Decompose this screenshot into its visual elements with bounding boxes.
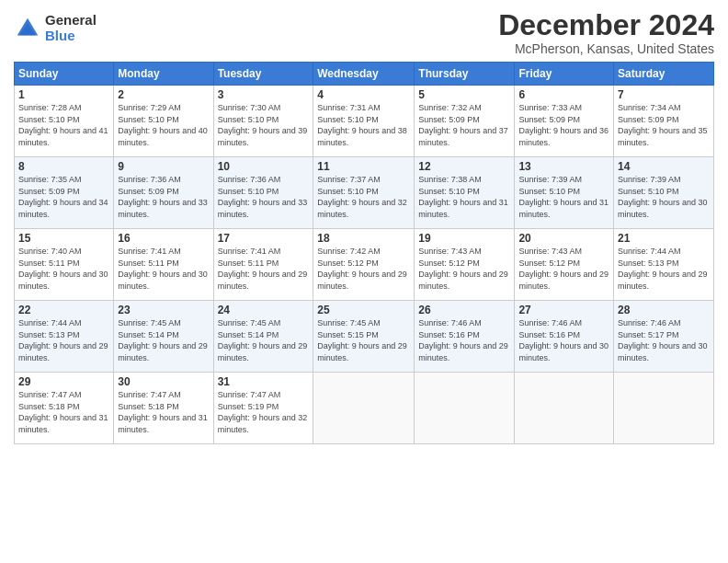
day-info: Sunrise: 7:47 AM Sunset: 5:19 PM Dayligh… bbox=[218, 389, 310, 435]
header: General Blue December 2024 McPherson, Ka… bbox=[14, 9, 714, 56]
calendar-cell: 17 Sunrise: 7:41 AM Sunset: 5:11 PM Dayl… bbox=[213, 229, 313, 301]
calendar-table: Sunday Monday Tuesday Wednesday Thursday… bbox=[14, 62, 714, 444]
day-number: 11 bbox=[317, 160, 410, 173]
day-number: 30 bbox=[118, 375, 209, 388]
day-number: 3 bbox=[218, 88, 310, 101]
calendar-cell: 16 Sunrise: 7:41 AM Sunset: 5:11 PM Dayl… bbox=[114, 229, 213, 301]
calendar-cell: 14 Sunrise: 7:39 AM Sunset: 5:10 PM Dayl… bbox=[614, 157, 714, 229]
location: McPherson, Kansas, United States bbox=[498, 41, 714, 56]
calendar-cell: 26 Sunrise: 7:46 AM Sunset: 5:16 PM Dayl… bbox=[415, 301, 515, 373]
day-info: Sunrise: 7:34 AM Sunset: 5:09 PM Dayligh… bbox=[618, 102, 710, 148]
day-info: Sunrise: 7:46 AM Sunset: 5:16 PM Dayligh… bbox=[418, 317, 510, 363]
day-info: Sunrise: 7:44 AM Sunset: 5:13 PM Dayligh… bbox=[618, 246, 710, 292]
calendar-cell: 13 Sunrise: 7:39 AM Sunset: 5:10 PM Dayl… bbox=[515, 157, 614, 229]
calendar-cell: 31 Sunrise: 7:47 AM Sunset: 5:19 PM Dayl… bbox=[213, 373, 313, 444]
calendar-cell: 18 Sunrise: 7:42 AM Sunset: 5:12 PM Dayl… bbox=[313, 229, 415, 301]
day-number: 27 bbox=[518, 304, 609, 316]
calendar-cell: 27 Sunrise: 7:46 AM Sunset: 5:16 PM Dayl… bbox=[515, 301, 614, 373]
day-info: Sunrise: 7:39 AM Sunset: 5:10 PM Dayligh… bbox=[518, 174, 609, 220]
day-number: 4 bbox=[317, 88, 410, 101]
calendar-cell: 20 Sunrise: 7:43 AM Sunset: 5:12 PM Dayl… bbox=[515, 229, 614, 301]
day-number: 20 bbox=[518, 232, 609, 245]
calendar-cell bbox=[313, 373, 415, 444]
calendar-cell: 10 Sunrise: 7:36 AM Sunset: 5:10 PM Dayl… bbox=[213, 157, 313, 229]
calendar-cell: 5 Sunrise: 7:32 AM Sunset: 5:09 PM Dayli… bbox=[415, 86, 515, 157]
day-info: Sunrise: 7:31 AM Sunset: 5:10 PM Dayligh… bbox=[317, 102, 410, 148]
day-number: 7 bbox=[618, 88, 710, 101]
calendar-cell: 2 Sunrise: 7:29 AM Sunset: 5:10 PM Dayli… bbox=[114, 86, 213, 157]
calendar-week-4: 22 Sunrise: 7:44 AM Sunset: 5:13 PM Dayl… bbox=[15, 301, 714, 373]
col-monday: Monday bbox=[114, 63, 213, 86]
day-info: Sunrise: 7:39 AM Sunset: 5:10 PM Dayligh… bbox=[618, 174, 710, 220]
day-number: 25 bbox=[317, 304, 410, 316]
col-wednesday: Wednesday bbox=[313, 63, 415, 86]
day-info: Sunrise: 7:32 AM Sunset: 5:09 PM Dayligh… bbox=[418, 102, 510, 148]
calendar-cell: 8 Sunrise: 7:35 AM Sunset: 5:09 PM Dayli… bbox=[15, 157, 114, 229]
day-info: Sunrise: 7:40 AM Sunset: 5:11 PM Dayligh… bbox=[18, 246, 109, 292]
calendar-week-3: 15 Sunrise: 7:40 AM Sunset: 5:11 PM Dayl… bbox=[15, 229, 714, 301]
day-number: 9 bbox=[118, 160, 209, 173]
col-tuesday: Tuesday bbox=[213, 63, 313, 86]
calendar-cell: 25 Sunrise: 7:45 AM Sunset: 5:15 PM Dayl… bbox=[313, 301, 415, 373]
day-number: 19 bbox=[418, 232, 510, 245]
day-info: Sunrise: 7:36 AM Sunset: 5:10 PM Dayligh… bbox=[218, 174, 310, 220]
day-number: 23 bbox=[118, 304, 209, 316]
day-info: Sunrise: 7:47 AM Sunset: 5:18 PM Dayligh… bbox=[18, 389, 109, 435]
col-saturday: Saturday bbox=[614, 63, 714, 86]
calendar-header: Sunday Monday Tuesday Wednesday Thursday… bbox=[15, 63, 714, 86]
day-number: 10 bbox=[218, 160, 310, 173]
calendar-body: 1 Sunrise: 7:28 AM Sunset: 5:10 PM Dayli… bbox=[15, 86, 714, 444]
calendar-cell: 11 Sunrise: 7:37 AM Sunset: 5:10 PM Dayl… bbox=[313, 157, 415, 229]
day-info: Sunrise: 7:33 AM Sunset: 5:09 PM Dayligh… bbox=[518, 102, 609, 148]
day-number: 13 bbox=[518, 160, 609, 173]
calendar-cell: 19 Sunrise: 7:43 AM Sunset: 5:12 PM Dayl… bbox=[415, 229, 515, 301]
calendar-cell: 7 Sunrise: 7:34 AM Sunset: 5:09 PM Dayli… bbox=[614, 86, 714, 157]
calendar-cell: 15 Sunrise: 7:40 AM Sunset: 5:11 PM Dayl… bbox=[15, 229, 114, 301]
day-number: 18 bbox=[317, 232, 410, 245]
day-number: 8 bbox=[18, 160, 109, 173]
logo-text: General Blue bbox=[45, 13, 97, 43]
calendar-cell: 22 Sunrise: 7:44 AM Sunset: 5:13 PM Dayl… bbox=[15, 301, 114, 373]
logo-blue: Blue bbox=[45, 29, 97, 44]
day-info: Sunrise: 7:41 AM Sunset: 5:11 PM Dayligh… bbox=[118, 246, 209, 292]
day-info: Sunrise: 7:36 AM Sunset: 5:09 PM Dayligh… bbox=[118, 174, 209, 220]
calendar-cell: 12 Sunrise: 7:38 AM Sunset: 5:10 PM Dayl… bbox=[415, 157, 515, 229]
day-info: Sunrise: 7:43 AM Sunset: 5:12 PM Dayligh… bbox=[418, 246, 510, 292]
day-number: 15 bbox=[18, 232, 109, 245]
day-info: Sunrise: 7:44 AM Sunset: 5:13 PM Dayligh… bbox=[18, 317, 109, 363]
day-info: Sunrise: 7:41 AM Sunset: 5:11 PM Dayligh… bbox=[218, 246, 310, 292]
calendar-cell bbox=[415, 373, 515, 444]
calendar-week-2: 8 Sunrise: 7:35 AM Sunset: 5:09 PM Dayli… bbox=[15, 157, 714, 229]
calendar-cell: 30 Sunrise: 7:47 AM Sunset: 5:18 PM Dayl… bbox=[114, 373, 213, 444]
day-number: 6 bbox=[518, 88, 609, 101]
day-info: Sunrise: 7:29 AM Sunset: 5:10 PM Dayligh… bbox=[118, 102, 209, 148]
calendar-cell: 1 Sunrise: 7:28 AM Sunset: 5:10 PM Dayli… bbox=[15, 86, 114, 157]
day-info: Sunrise: 7:38 AM Sunset: 5:10 PM Dayligh… bbox=[418, 174, 510, 220]
calendar-week-5: 29 Sunrise: 7:47 AM Sunset: 5:18 PM Dayl… bbox=[15, 373, 714, 444]
logo-icon bbox=[14, 15, 41, 42]
day-number: 1 bbox=[18, 88, 109, 101]
col-sunday: Sunday bbox=[15, 63, 114, 86]
col-friday: Friday bbox=[515, 63, 614, 86]
day-info: Sunrise: 7:47 AM Sunset: 5:18 PM Dayligh… bbox=[118, 389, 209, 435]
calendar-cell: 21 Sunrise: 7:44 AM Sunset: 5:13 PM Dayl… bbox=[614, 229, 714, 301]
logo: General Blue bbox=[14, 13, 97, 43]
day-info: Sunrise: 7:42 AM Sunset: 5:12 PM Dayligh… bbox=[317, 246, 410, 292]
day-number: 22 bbox=[18, 304, 109, 316]
day-number: 28 bbox=[618, 304, 710, 316]
day-number: 5 bbox=[418, 88, 510, 101]
day-info: Sunrise: 7:45 AM Sunset: 5:14 PM Dayligh… bbox=[118, 317, 209, 363]
day-number: 2 bbox=[118, 88, 209, 101]
day-info: Sunrise: 7:30 AM Sunset: 5:10 PM Dayligh… bbox=[218, 102, 310, 148]
title-block: December 2024 McPherson, Kansas, United … bbox=[498, 9, 714, 56]
calendar-cell: 9 Sunrise: 7:36 AM Sunset: 5:09 PM Dayli… bbox=[114, 157, 213, 229]
day-info: Sunrise: 7:35 AM Sunset: 5:09 PM Dayligh… bbox=[18, 174, 109, 220]
page-container: General Blue December 2024 McPherson, Ka… bbox=[0, 0, 728, 454]
day-number: 31 bbox=[218, 375, 310, 388]
day-number: 21 bbox=[618, 232, 710, 245]
calendar-cell: 29 Sunrise: 7:47 AM Sunset: 5:18 PM Dayl… bbox=[15, 373, 114, 444]
calendar-cell: 24 Sunrise: 7:45 AM Sunset: 5:14 PM Dayl… bbox=[213, 301, 313, 373]
logo-general: General bbox=[45, 13, 97, 29]
day-number: 26 bbox=[418, 304, 510, 316]
day-number: 14 bbox=[618, 160, 710, 173]
